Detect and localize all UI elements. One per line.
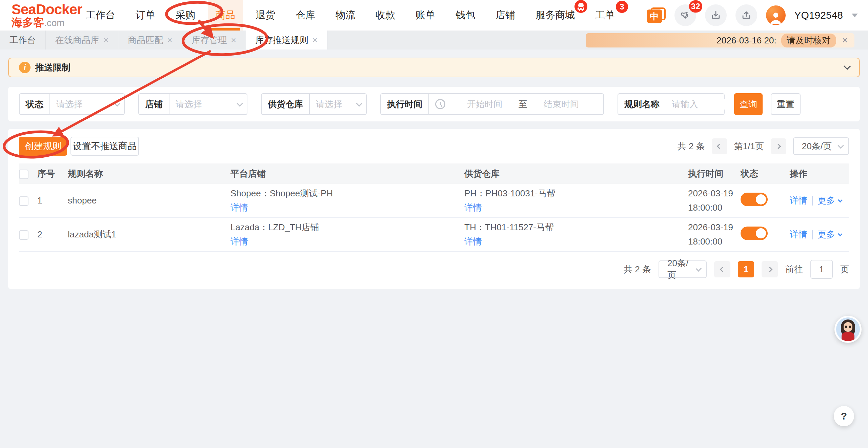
op-detail-link[interactable]: 详情 (790, 229, 807, 240)
warehouse-filter-select[interactable]: 供货仓库 请选择 (261, 93, 367, 115)
ticket-count-badge: 3 (616, 1, 628, 13)
close-icon[interactable]: × (231, 35, 236, 45)
warehouse-detail-link[interactable]: 详情 (464, 236, 482, 247)
nav-item-workbench[interactable]: 工作台 (78, 0, 123, 31)
op-more-link[interactable]: 更多 (817, 229, 841, 240)
shop-placeholder: 请选择 (169, 98, 208, 110)
op-detail-link[interactable]: 详情 (790, 195, 807, 207)
status-toggle[interactable] (741, 227, 768, 240)
goto-page-input[interactable] (810, 260, 833, 279)
language-icon[interactable]: 中 (647, 7, 666, 23)
close-icon[interactable]: × (167, 35, 172, 45)
search-button[interactable]: 查询 (734, 93, 763, 115)
tab-inventory-mgmt[interactable]: 库存管理× (182, 31, 246, 50)
shop-detail-link[interactable]: 详情 (230, 236, 248, 247)
header-right: 中 32 YQ192548 (647, 0, 858, 31)
nav-item-returns[interactable]: 退货 (248, 0, 283, 31)
push-limit-alert: i 推送限制 (8, 58, 860, 77)
rule-name-input[interactable] (666, 99, 727, 110)
nav-item-bills[interactable]: 账单 (408, 0, 443, 31)
nav-item-purchase[interactable]: 采购 (168, 0, 203, 31)
rule-name: shopee (68, 195, 230, 206)
username[interactable]: YQ192548 (794, 9, 843, 21)
total-count: 共 2 条 (624, 264, 651, 275)
shop-filter-select[interactable]: 店铺 请选择 (138, 93, 247, 115)
nav-item-tickets[interactable]: 工单3 (587, 0, 623, 31)
chevron-left-icon (720, 267, 725, 272)
op-more-link[interactable]: 更多 (817, 195, 841, 207)
exec-time: 18:00:00 (688, 237, 737, 247)
page-size-select[interactable]: 20条/页 (659, 260, 707, 278)
chevron-down-icon (844, 62, 851, 70)
rule-name: lazada测试1 (68, 229, 230, 240)
nav-item-payments[interactable]: 收款 (368, 0, 403, 31)
col-ops: 操作 (790, 168, 849, 180)
prev-page-button[interactable] (712, 138, 727, 154)
create-rule-button[interactable]: 创建规则 (19, 137, 67, 156)
start-time-placeholder[interactable]: 开始时间 (461, 98, 508, 110)
nav-item-stores[interactable]: 店铺 (488, 0, 523, 31)
next-page-button[interactable] (762, 261, 778, 277)
top-pagination: 共 2 条 第1/1页 20条/页 (678, 137, 849, 155)
announcement-count-badge: 32 (689, 0, 702, 13)
announcement-button[interactable]: 32 (674, 4, 696, 26)
user-menu-caret-icon[interactable] (852, 14, 858, 17)
tab-online-products[interactable]: 在线商品库× (46, 31, 118, 50)
close-icon[interactable]: × (312, 35, 318, 45)
row-index: 2 (37, 229, 68, 240)
row-index: 1 (37, 195, 68, 206)
row-checkbox[interactable] (19, 230, 28, 240)
supply-warehouse: PH：PH03-10031-马帮 (464, 189, 685, 199)
row-checkbox[interactable] (19, 196, 28, 206)
prev-page-button[interactable] (714, 261, 730, 277)
select-all-checkbox[interactable] (19, 170, 28, 179)
nav-item-orders[interactable]: 订单 (128, 0, 163, 31)
tab-product-match[interactable]: 商品匹配× (118, 31, 182, 50)
nav-item-logistics[interactable]: 物流 (328, 0, 363, 31)
clock-icon (435, 99, 445, 109)
status-filter-select[interactable]: 状态 请选择 (19, 93, 125, 115)
warehouse-placeholder: 请选择 (310, 98, 348, 110)
help-button[interactable]: ? (834, 406, 854, 426)
chevron-left-icon (717, 143, 722, 149)
nav-item-service-mall[interactable]: 服务商城 (528, 0, 583, 31)
next-page-button[interactable] (771, 138, 786, 154)
goto-label: 前往 (785, 264, 803, 275)
notice-close-icon[interactable]: × (841, 35, 849, 46)
chevron-down-icon (837, 142, 844, 149)
shop-detail-link[interactable]: 详情 (230, 202, 248, 213)
chevron-down-icon (356, 100, 362, 106)
tab-workbench[interactable]: 工作台 (0, 31, 46, 50)
status-toggle[interactable] (741, 193, 768, 206)
nav-item-warehouse[interactable]: 仓库 (288, 0, 323, 31)
brand-logo[interactable]: SeaDocker 海多客.com (0, 2, 78, 28)
alert-expand-button[interactable] (844, 64, 849, 71)
page-size-select[interactable]: 20条/页 (793, 137, 849, 155)
import-button[interactable] (705, 4, 727, 26)
warehouse-detail-link[interactable]: 详情 (464, 202, 482, 213)
close-icon[interactable]: × (103, 35, 108, 45)
table-row: 1 shopee Shopee：Shopee测试-PH 详情 PH：PH03-1… (19, 184, 849, 218)
chevron-right-icon (767, 267, 772, 272)
tab-inventory-push-rules[interactable]: 库存推送规则× (246, 31, 327, 50)
active-nav-underline (210, 28, 240, 31)
assistant-avatar-sticker[interactable] (834, 316, 862, 343)
notice-tag: 请及时核对 (781, 34, 836, 47)
chevron-down-icon (237, 100, 243, 106)
goto-suffix: 页 (840, 264, 849, 275)
chevron-down-icon (838, 197, 843, 202)
bottom-pagination: 共 2 条 20条/页 1 前往 页 (19, 260, 849, 279)
platform-shop: Lazada：LZD_TH店铺 (230, 222, 461, 233)
col-rule-name: 规则名称 (68, 168, 230, 180)
nav-item-wallet[interactable]: 钱包 (448, 0, 483, 31)
user-avatar[interactable] (766, 5, 786, 25)
exec-time-range-picker[interactable]: 执行时间 开始时间 至 结束时间 (380, 93, 604, 115)
end-time-placeholder[interactable]: 结束时间 (538, 98, 585, 110)
exec-date: 2026-03-19 (688, 222, 737, 233)
upload-icon (741, 9, 752, 21)
export-button[interactable] (735, 4, 757, 26)
reset-button[interactable]: 重置 (771, 93, 801, 115)
page-1-button[interactable]: 1 (738, 261, 754, 277)
set-no-push-button[interactable]: 设置不推送商品 (70, 137, 139, 156)
nav-item-products[interactable]: 商品 (208, 0, 243, 31)
